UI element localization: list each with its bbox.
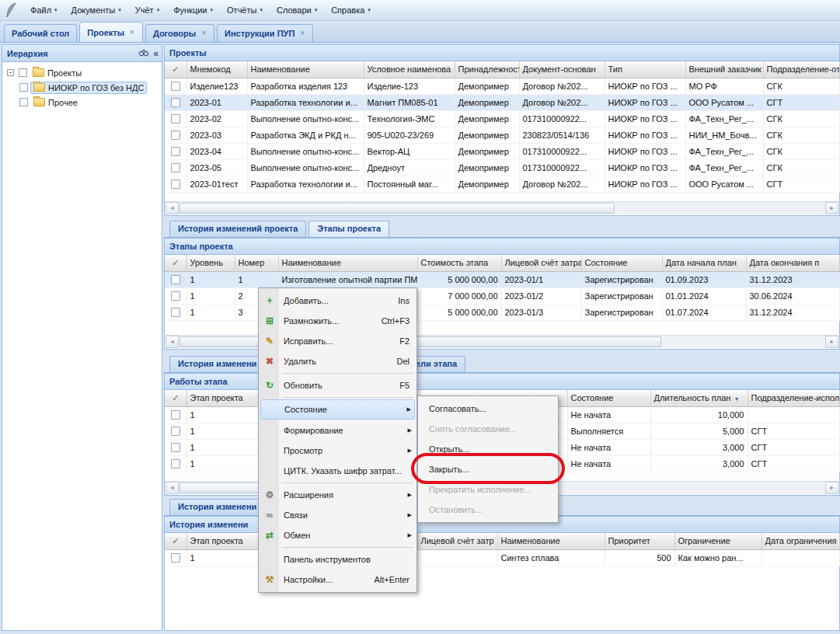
menu-item-toolbar-panel[interactable]: Панель инструментов (259, 549, 417, 570)
row-checkbox[interactable] (171, 308, 180, 317)
column-header[interactable]: Ограничение (674, 533, 762, 549)
table-row[interactable]: 2023-04Выполнение опытно-конс...Вектор-А… (165, 143, 839, 159)
column-header[interactable]: Состояние (567, 390, 650, 406)
column-header[interactable]: Приоритет (605, 533, 674, 549)
column-header[interactable]: Номер (235, 255, 278, 271)
menu-item-view[interactable]: Просмотр▶ (259, 441, 417, 461)
tree-node-projects[interactable]: - Проекты (6, 65, 160, 80)
scroll-right-icon[interactable]: ▸ (825, 482, 838, 494)
menu-item-extensions[interactable]: ⚙Расширения▶ (259, 485, 417, 505)
scroll-right-icon[interactable]: ▸ (825, 336, 838, 348)
tab-contracts[interactable]: Договоры× (145, 24, 214, 42)
column-header[interactable]: Дата ограничения (762, 533, 839, 549)
table-row[interactable]: 2023-01тестРазработка технологии и...Пос… (165, 176, 839, 192)
menu-item-refresh[interactable]: ↻ОбновитьF5 (259, 375, 417, 395)
column-header[interactable]: Условное наименова (364, 61, 455, 78)
column-header[interactable]: Лицевой счёт затрат (501, 255, 581, 271)
table-row[interactable]: 2023-05Выполнение опытно-конс...Дредноут… (165, 159, 839, 176)
menubar-item-reports[interactable]: Отчёты▾ (220, 3, 270, 17)
column-header[interactable]: Подразделение-исполн (748, 390, 839, 406)
close-tab-icon[interactable]: × (299, 30, 305, 37)
tree-checkbox[interactable] (19, 83, 28, 92)
table-row[interactable]: 2023-01Разработка технологии и...Магнит … (165, 94, 839, 110)
scroll-thumb[interactable] (180, 203, 615, 214)
column-header[interactable]: Этап проекта (186, 533, 258, 549)
scroll-right-icon[interactable]: ▸ (825, 202, 838, 214)
menu-item-delete[interactable]: ✖УдалитьDel (259, 351, 417, 371)
horizontal-scrollbar[interactable]: ◂ ▸ (166, 201, 838, 214)
collapse-panel-icon[interactable]: « (153, 46, 159, 61)
menu-item-edit[interactable]: ✎Исправить...F2 (259, 331, 417, 351)
scroll-left-icon[interactable]: ◂ (166, 482, 179, 494)
menu-item-state[interactable]: Состояние▶ (260, 399, 415, 420)
column-header[interactable]: Длительность план▼ (650, 390, 748, 406)
menu-item-duplicate[interactable]: ⊞Размножить...Ctrl+F3 (259, 311, 417, 331)
collapse-node-icon[interactable]: - (7, 69, 14, 76)
column-header[interactable]: Этап проекта (186, 390, 258, 406)
select-all-checkbox-header[interactable]: ✓ (165, 533, 186, 549)
column-header[interactable]: Мнемокод (186, 61, 247, 78)
menu-item-exchange[interactable]: ⇄Обмен▶ (259, 525, 417, 545)
column-header[interactable]: Тип (605, 61, 685, 78)
column-header[interactable]: Состояние (581, 255, 662, 271)
menu-item-citk[interactable]: ЦИТК. Указать шифр затрат... (259, 461, 417, 481)
row-checkbox[interactable] (171, 427, 180, 436)
close-tab-icon[interactable]: × (200, 30, 207, 37)
scroll-thumb[interactable] (180, 336, 661, 347)
row-checkbox[interactable] (171, 179, 180, 189)
column-header[interactable]: Документ-основан (519, 61, 605, 78)
tab-project-stages[interactable]: Этапы проекта (308, 221, 389, 237)
column-header[interactable]: Внешний заказчик (685, 61, 763, 78)
column-header[interactable]: Наименование (497, 533, 605, 549)
tree-checkbox[interactable] (19, 98, 28, 106)
row-checkbox[interactable] (171, 147, 180, 156)
menu-item-approve[interactable]: Согласовать... (418, 399, 558, 419)
menubar-item-documents[interactable]: Документы▾ (64, 3, 128, 17)
tree-checkbox[interactable] (19, 68, 27, 77)
row-checkbox[interactable] (171, 131, 180, 140)
column-header[interactable]: Дата начала план (662, 255, 746, 271)
table-row[interactable]: 11Изготовление опытной партии ПМ0...5 00… (165, 271, 839, 287)
row-checkbox[interactable] (171, 443, 180, 452)
column-header[interactable]: Наименование (247, 61, 364, 78)
row-checkbox[interactable] (171, 275, 180, 284)
menubar-item-functions[interactable]: Функции▾ (166, 3, 220, 17)
select-all-checkbox-header[interactable]: ✓ (165, 61, 186, 78)
tab-projects[interactable]: Проекты× (79, 22, 143, 42)
table-row[interactable]: 2023-03Разработка ЭКД и РКД н...905-U020… (165, 127, 839, 143)
row-checkbox[interactable] (171, 553, 180, 563)
select-all-checkbox-header[interactable]: ✓ (165, 255, 186, 271)
row-checkbox[interactable] (171, 163, 180, 172)
column-header[interactable]: Уровень (186, 255, 235, 271)
row-checkbox[interactable] (171, 291, 180, 301)
menubar-item-file[interactable]: Файл▾ (23, 3, 64, 17)
tab-project-change-history[interactable]: История изменений проекта (169, 221, 306, 237)
row-checkbox[interactable] (171, 410, 180, 420)
menu-item-settings[interactable]: ⚒Настройки...Alt+Enter (259, 570, 417, 590)
tree-node-niokr[interactable]: НИОКР по ГОЗ без НДС (17, 80, 160, 95)
menubar-item-help[interactable]: Справка▾ (324, 3, 378, 17)
menubar-item-dictionaries[interactable]: Словари▾ (270, 3, 324, 17)
tab-desktop[interactable]: Рабочий стол (4, 24, 77, 42)
select-all-checkbox-header[interactable]: ✓ (165, 390, 186, 406)
column-header[interactable]: Дата окончания п (746, 255, 839, 271)
column-header[interactable]: Подразделение-от (763, 61, 839, 78)
scroll-left-icon[interactable]: ◂ (166, 336, 179, 348)
search-icon[interactable] (138, 46, 149, 61)
row-checkbox[interactable] (171, 459, 180, 469)
row-checkbox[interactable] (171, 82, 180, 91)
menubar-item-accounting[interactable]: Учёт▾ (128, 3, 166, 17)
menu-item-add[interactable]: +Добавить...Ins (259, 291, 417, 311)
table-row[interactable]: 2023-02Выполнение опытно-конс...Технолог… (165, 110, 839, 127)
row-checkbox[interactable] (171, 98, 180, 107)
column-header[interactable]: Наименование (278, 255, 417, 271)
row-checkbox[interactable] (171, 114, 180, 124)
scroll-left-icon[interactable]: ◂ (166, 202, 179, 214)
menu-item-formation[interactable]: Формирование▶ (259, 420, 417, 441)
column-header[interactable]: Лицевой счёт затр (417, 533, 497, 549)
tab-pup-instructions[interactable]: Инструкции ПУП× (217, 24, 313, 42)
menu-item-links[interactable]: ∞Связи▶ (259, 505, 417, 525)
table-row[interactable]: Изделие123Разработка изделия 123Изделие-… (165, 78, 839, 94)
column-header[interactable]: Принадлежность (455, 61, 519, 78)
close-tab-icon[interactable]: × (129, 29, 135, 37)
